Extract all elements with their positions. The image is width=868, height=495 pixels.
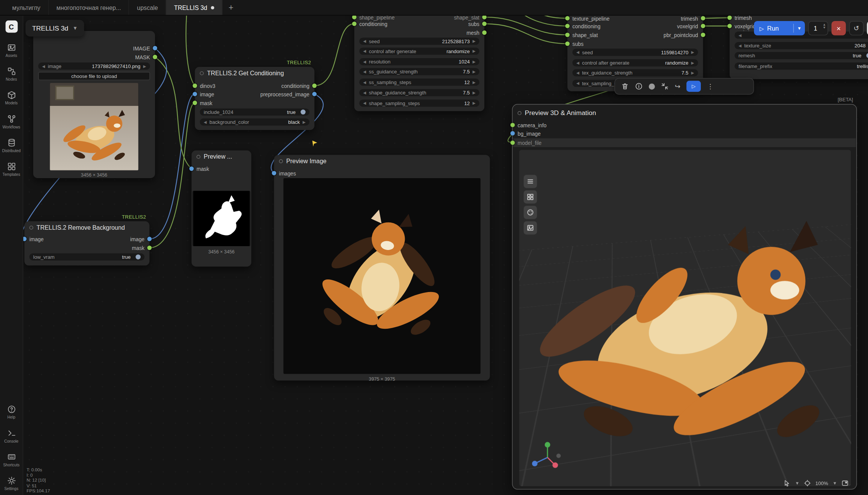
- zoom-level[interactable]: 100%: [816, 480, 828, 486]
- output-port-mask[interactable]: [147, 245, 152, 250]
- next-arrow-icon[interactable]: ▶: [472, 91, 476, 94]
- input-port-mask[interactable]: [189, 167, 194, 171]
- prev-arrow-icon[interactable]: ◀: [204, 120, 207, 124]
- prev-arrow-icon[interactable]: ◀: [363, 91, 366, 94]
- node-get-conditioning[interactable]: TRELLIS2 TRELLIS.2 Get Conditioning dino…: [195, 67, 314, 130]
- node-load-image[interactable]: IMAGE MASK ◀ image 17378829627410.png ▶ …: [33, 31, 155, 178]
- run-options-chevron-icon[interactable]: ▼: [794, 26, 805, 31]
- collapse-dot-icon[interactable]: [29, 226, 33, 229]
- prev-arrow-icon[interactable]: ◀: [42, 64, 45, 68]
- widget-ss-guidance-strength[interactable]: ◀ss_guidance_strength7.5▶: [359, 68, 479, 75]
- widget-resolution[interactable]: ◀resolution1024▶: [359, 58, 479, 65]
- pivot-icon[interactable]: [804, 480, 811, 487]
- toggle-knob-icon[interactable]: [301, 110, 306, 115]
- cancel-run-button[interactable]: ×: [831, 21, 846, 36]
- widget-texture-size[interactable]: ◀texture_size2048▶: [734, 42, 868, 49]
- upload-button[interactable]: choose file to upload: [38, 72, 150, 80]
- widget-control-after-generate[interactable]: ◀control after generaterandomize▶: [359, 47, 479, 55]
- next-arrow-icon[interactable]: ▶: [472, 70, 476, 73]
- sidebar-item-distributed[interactable]: Distributed: [0, 133, 23, 157]
- input-port-texture-pipeline[interactable]: [565, 16, 570, 21]
- prev-arrow-icon[interactable]: ◀: [363, 70, 366, 73]
- node-remove-background[interactable]: TRELLIS2 TRELLIS.2 Remove Background ima…: [24, 221, 150, 266]
- input-port-subs[interactable]: [565, 42, 570, 46]
- collapse-dot-icon[interactable]: [200, 71, 204, 75]
- widget-control-after-generate[interactable]: ◀control after generaterandomize▶: [572, 59, 698, 67]
- minimap-icon[interactable]: [842, 480, 849, 487]
- prev-arrow-icon[interactable]: ◀: [363, 101, 366, 105]
- toggle-knob-icon[interactable]: [866, 53, 868, 58]
- widget-ss-sampling-steps[interactable]: ◀ss_sampling_steps12▶: [359, 78, 479, 86]
- prev-arrow-icon[interactable]: ◀: [363, 49, 366, 53]
- input-port-conditioning[interactable]: [565, 24, 570, 28]
- output-port-pbr-pointcloud[interactable]: [701, 32, 705, 37]
- prev-arrow-icon[interactable]: ◀: [363, 80, 366, 84]
- next-arrow-icon[interactable]: ▶: [691, 50, 694, 54]
- prev-arrow-icon[interactable]: ◀: [738, 44, 741, 47]
- input-port-conditioning[interactable]: [352, 21, 357, 26]
- widget-remesh[interactable]: remeshtrue: [734, 52, 868, 59]
- batch-count-input[interactable]: 1 ▲▼: [808, 21, 828, 36]
- axis-x-handle[interactable]: [532, 461, 537, 466]
- pointer-icon[interactable]: [783, 480, 791, 487]
- sidebar-item-assets[interactable]: Assets: [0, 38, 23, 62]
- input-port-trimesh[interactable]: [727, 16, 732, 20]
- input-port-camera-info[interactable]: [510, 123, 515, 127]
- node-preview-image[interactable]: Preview Image images: [274, 155, 490, 380]
- widget-filename-prefix[interactable]: filename_prefixtrellis2: [734, 63, 868, 70]
- next-arrow-icon[interactable]: ▶: [472, 80, 476, 84]
- threejs-viewport[interactable]: [519, 150, 851, 486]
- input-port-bg-image[interactable]: [510, 131, 515, 136]
- input-port-mask[interactable]: [193, 101, 197, 105]
- collapse-dot-icon[interactable]: [197, 154, 200, 158]
- increment-icon[interactable]: ▲: [822, 23, 826, 26]
- input-port-model-file[interactable]: [510, 141, 515, 145]
- next-arrow-icon[interactable]: ▶: [472, 39, 476, 43]
- output-port-trimesh[interactable]: [701, 16, 705, 21]
- queue-history-button[interactable]: ↺: [849, 21, 864, 36]
- sidebar-item-help[interactable]: Help: [0, 400, 23, 424]
- widget-low-vram[interactable]: low_vram true: [29, 253, 145, 261]
- prev-arrow-icon[interactable]: ◀: [576, 50, 579, 54]
- input-port-shape-slat[interactable]: [565, 32, 570, 37]
- axis-z-handle[interactable]: [552, 463, 558, 468]
- chevron-down-icon[interactable]: ▼: [833, 481, 837, 486]
- next-arrow-icon[interactable]: ▶: [303, 120, 306, 124]
- tab-upscale[interactable]: upscale: [129, 0, 166, 15]
- next-arrow-icon[interactable]: ▶: [472, 101, 476, 105]
- sidebar-item-nodes[interactable]: Nodes: [0, 62, 23, 86]
- prev-arrow-icon[interactable]: ◀: [576, 61, 579, 65]
- output-port-image[interactable]: [153, 46, 157, 50]
- sidebar-item-settings[interactable]: Settings: [0, 471, 23, 495]
- collapse-dot-icon[interactable]: [279, 159, 283, 163]
- info-icon[interactable]: [635, 83, 643, 90]
- delete-icon[interactable]: [621, 83, 629, 90]
- output-port-image[interactable]: [147, 237, 152, 241]
- widget-shape-sampling-steps[interactable]: ◀shape_sampling_steps12▶: [359, 99, 479, 107]
- node-graph-canvas[interactable]: TRELLIS 3d ▼ IMAGE MASK ◀ image 17378829…: [23, 16, 868, 495]
- collapse-icon[interactable]: [661, 83, 669, 90]
- widget-background-color[interactable]: ◀ background_color black ▶: [200, 118, 309, 126]
- widget-shape-guidance-strength[interactable]: ◀shape_guidance_strength7.5▶: [359, 89, 479, 96]
- drag-handle-icon[interactable]: ⋮⋮: [741, 24, 751, 32]
- output-port-mesh[interactable]: [482, 31, 487, 35]
- prev-arrow-icon[interactable]: ◀: [576, 71, 579, 75]
- sidebar-item-workflows[interactable]: Workflows: [0, 110, 23, 133]
- tab-trellis-3d[interactable]: TRELLIS 3d: [166, 0, 223, 15]
- toggle-knob-icon[interactable]: [136, 255, 141, 260]
- chevron-down-icon[interactable]: ▼: [795, 481, 799, 486]
- more-options-icon[interactable]: ⋮: [707, 83, 713, 89]
- next-arrow-icon[interactable]: ▶: [472, 49, 476, 53]
- widget-tex-guidance-strength[interactable]: ◀tex_guidance_strength7.5▶: [572, 69, 698, 76]
- axis-gizmo[interactable]: [529, 439, 562, 472]
- sidebar-item-templates[interactable]: Templates: [0, 157, 23, 181]
- menu-button[interactable]: [524, 175, 537, 188]
- material-button[interactable]: [524, 206, 537, 219]
- node-preview-3d[interactable]: [BETA] Preview 3D & Animation camera_inf…: [512, 104, 857, 490]
- background-image-button[interactable]: [524, 221, 537, 235]
- output-port-preprocessed-image[interactable]: [312, 92, 317, 96]
- decrement-icon[interactable]: ▼: [822, 26, 826, 29]
- next-arrow-icon[interactable]: ▶: [472, 60, 476, 63]
- color-dot-icon[interactable]: [649, 83, 655, 89]
- prev-arrow-icon[interactable]: ◀: [363, 39, 366, 43]
